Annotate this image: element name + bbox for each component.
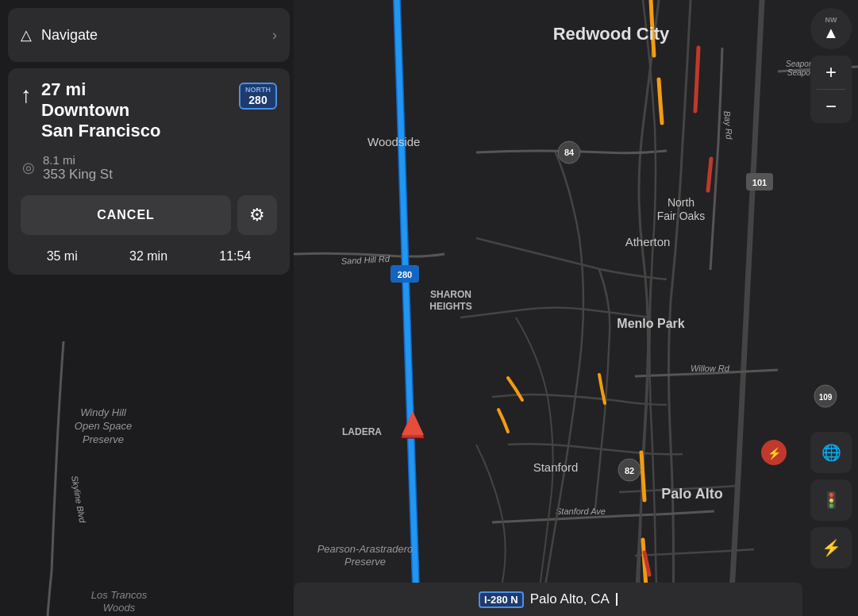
direction-arrow-icon: ↑ — [21, 83, 32, 108]
svg-text:Los Trancos: Los Trancos — [91, 589, 148, 601]
cancel-button[interactable]: CANCEL — [21, 195, 231, 235]
waypoint-address: 353 King St — [43, 167, 277, 183]
waypoint-row: ◎ 8.1 mi 353 King St — [21, 153, 277, 183]
bottom-location: Palo Alto, CA — [530, 591, 610, 607]
stat-total-distance: 35 mi — [47, 249, 78, 264]
compass-arrow-icon: ▲ — [823, 24, 839, 42]
stats-row: 35 mi 32 min 11:54 — [21, 246, 277, 264]
svg-text:Palo Alto: Palo Alto — [661, 486, 722, 502]
waypoint-icon: ◎ — [22, 159, 35, 176]
compass-button[interactable]: NW ▲ — [810, 8, 852, 49]
svg-text:Stanford Ave: Stanford Ave — [556, 506, 606, 516]
traffic-light-icon: 🚦 — [821, 491, 841, 510]
destination-info: 27 mi Downtown San Francisco — [41, 79, 229, 142]
lightning-icon: ⚡ — [821, 538, 841, 557]
waypoint-distance: 8.1 mi — [43, 153, 277, 167]
waypoint-info: 8.1 mi 353 King St — [43, 153, 277, 183]
navigate-bar[interactable]: △ Navigate › — [8, 8, 290, 62]
route-badge: NORTH 280 — [239, 83, 277, 110]
navigate-chevron-icon: › — [272, 27, 277, 44]
svg-text:LADERA: LADERA — [342, 426, 382, 437]
bottom-bar: I-280 N Palo Alto, CA — [294, 583, 802, 616]
zoom-group: + − — [810, 56, 852, 123]
svg-text:Fair Oaks: Fair Oaks — [657, 210, 706, 222]
info-card: ↑ 27 mi Downtown San Francisco NORTH 280… — [8, 68, 290, 275]
svg-text:Open Space: Open Space — [75, 420, 132, 432]
globe-icon: 🌐 — [821, 443, 841, 462]
actions-row: CANCEL ⚙ — [21, 195, 277, 235]
navigate-label: Navigate — [41, 27, 263, 44]
stat-travel-time: 32 min — [129, 249, 167, 264]
navigation-panel: △ Navigate › ↑ 27 mi Downtown San Franci… — [0, 0, 290, 275]
svg-text:Atherton: Atherton — [625, 235, 671, 248]
svg-text:Woodside: Woodside — [367, 135, 420, 148]
gear-icon: ⚙ — [249, 205, 265, 225]
destination-row: ↑ 27 mi Downtown San Francisco NORTH 280 — [21, 79, 277, 142]
svg-text:Windy Hill: Windy Hill — [80, 406, 127, 418]
svg-text:109: 109 — [819, 393, 833, 402]
svg-text:Menlo Park: Menlo Park — [617, 317, 684, 330]
lightning-button[interactable]: ⚡ — [810, 527, 852, 568]
svg-text:101: 101 — [752, 178, 767, 187]
globe-button[interactable]: 🌐 — [810, 432, 852, 473]
stat-eta-value: 11:54 — [219, 249, 251, 263]
highway-badge: I-280 N — [479, 591, 524, 608]
svg-text:SHARON: SHARON — [430, 289, 471, 300]
destination-name: Downtown San Francisco — [41, 100, 229, 142]
svg-text:280: 280 — [398, 270, 412, 279]
svg-text:Pearson-Arastradero: Pearson-Arastradero — [317, 543, 414, 555]
svg-text:North: North — [668, 196, 694, 209]
compass-nw-label: NW — [825, 16, 837, 24]
settings-button[interactable]: ⚙ — [237, 195, 277, 235]
total-distance: 27 mi — [41, 79, 229, 100]
right-lower-controls: 🌐 🚦 ⚡ — [810, 432, 852, 568]
stat-time-value: 32 min — [129, 249, 167, 263]
svg-text:Preserve: Preserve — [83, 433, 124, 445]
svg-text:Redwood City: Redwood City — [553, 24, 670, 44]
route-badge-direction: NORTH — [245, 86, 271, 94]
svg-text:HEIGHTS: HEIGHTS — [429, 301, 471, 312]
right-controls: NW ▲ + − — [804, 0, 858, 131]
route-badge-number: 280 — [248, 94, 267, 106]
svg-text:Stanford: Stanford — [533, 460, 579, 474]
navigate-icon: △ — [21, 26, 32, 44]
svg-text:84: 84 — [564, 148, 575, 157]
zoom-out-button[interactable]: − — [810, 90, 852, 123]
stat-eta: 11:54 — [219, 249, 251, 264]
svg-text:Woods: Woods — [103, 602, 136, 614]
traffic-light-button[interactable]: 🚦 — [810, 479, 852, 521]
cursor-blink — [616, 593, 618, 606]
stat-distance-value: 35 mi — [47, 249, 78, 263]
zoom-in-button[interactable]: + — [810, 56, 852, 89]
svg-text:82: 82 — [625, 466, 634, 475]
svg-text:⚡: ⚡ — [768, 447, 782, 460]
compass-inner: NW ▲ — [823, 16, 839, 42]
svg-text:Willow Rd: Willow Rd — [691, 364, 730, 373]
svg-text:Preserve: Preserve — [344, 556, 386, 568]
